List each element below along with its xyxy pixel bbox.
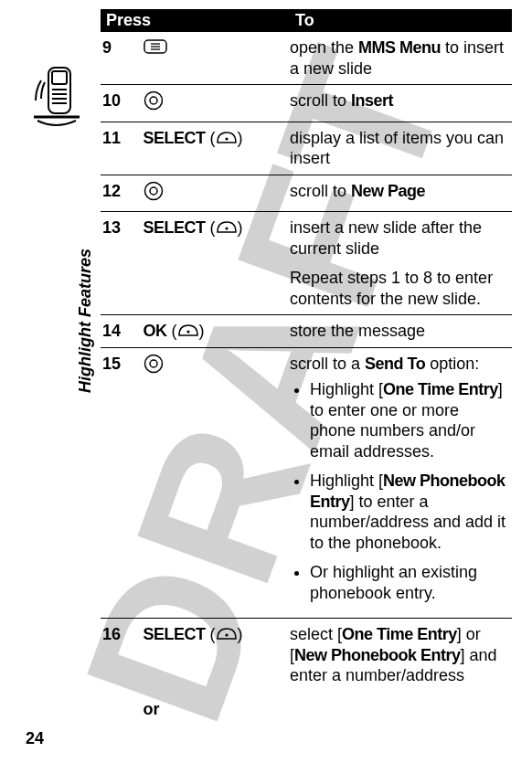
svg-point-13 <box>144 182 162 199</box>
step-number: 13 <box>101 212 144 315</box>
step-number: 10 <box>101 85 144 122</box>
to-cell: scroll to New Page <box>290 175 512 212</box>
to-cell: display a list of items you can insert <box>290 122 512 175</box>
svg-point-10 <box>144 92 162 110</box>
softkey-label: SELECT <box>144 218 206 237</box>
step-number: 12 <box>101 175 144 212</box>
sidebar: Highlight Features <box>32 64 74 164</box>
table-row: 11SELECT ()display a list of items you c… <box>101 122 512 175</box>
to-cell: store the message <box>290 315 512 348</box>
step-number: 14 <box>101 315 144 348</box>
svg-point-17 <box>144 355 162 372</box>
to-cell: open the MMS Menu to insert a new slide <box>290 32 512 85</box>
to-cell: insert a new slide after the current sli… <box>290 212 512 315</box>
step-number: 11 <box>101 122 144 175</box>
or-row: or <box>101 692 512 726</box>
or-label: or <box>144 692 290 726</box>
svg-point-14 <box>150 187 157 195</box>
col-press: Press <box>101 9 290 32</box>
softkey-icon <box>216 218 238 237</box>
svg-point-19 <box>225 633 228 636</box>
table-row: 12scroll to New Page <box>101 175 512 212</box>
table-header-row: Press To <box>101 9 512 32</box>
press-cell: SELECT () <box>144 619 290 692</box>
press-cell <box>144 32 290 85</box>
softkey-icon <box>216 625 238 643</box>
svg-point-12 <box>225 137 228 140</box>
bullet-list: Highlight [One Time Entry] to enter one … <box>290 379 508 603</box>
softkey-icon <box>177 322 199 340</box>
table-row: 15scroll to a Send To option:Highlight [… <box>101 347 512 619</box>
softkey-label: OK <box>144 322 167 340</box>
nav-key-icon <box>144 186 164 205</box>
press-cell <box>144 85 290 122</box>
list-item: Highlight [One Time Entry] to enter one … <box>310 379 508 461</box>
nav-key-icon <box>144 96 164 114</box>
svg-point-18 <box>150 360 157 367</box>
svg-point-15 <box>225 227 228 229</box>
to-cell: scroll to Insert <box>290 85 512 122</box>
svg-point-16 <box>186 330 189 333</box>
instruction-table: Press To 9open the MMS Menu to insert a … <box>101 9 512 725</box>
step-number: 15 <box>101 347 144 619</box>
svg-point-11 <box>150 97 157 104</box>
to-cell: select [One Time Entry] or [New Phoneboo… <box>290 619 512 692</box>
list-item: Or highlight an existing phonebook entry… <box>310 562 508 603</box>
section-label: Highlight Features <box>76 249 95 393</box>
menu-key-icon <box>144 41 167 59</box>
press-cell: OK () <box>144 315 290 348</box>
press-cell <box>144 347 290 619</box>
nav-key-icon <box>144 359 164 377</box>
table-row: 14OK ()store the message <box>101 315 512 348</box>
table-row: 10scroll to Insert <box>101 85 512 122</box>
softkey-icon <box>216 129 238 147</box>
table-row: 16SELECT ()select [One Time Entry] or [N… <box>101 619 512 692</box>
col-to: To <box>290 9 512 32</box>
page-number: 24 <box>26 729 44 748</box>
list-item: Highlight [New Phonebook Entry] to enter… <box>310 471 508 553</box>
softkey-label: SELECT <box>144 625 206 643</box>
press-cell <box>144 175 290 212</box>
table-row: 9open the MMS Menu to insert a new slide <box>101 32 512 85</box>
softkey-label: SELECT <box>144 129 206 147</box>
to-cell: scroll to a Send To option:Highlight [On… <box>290 347 512 619</box>
press-cell: SELECT () <box>144 122 290 175</box>
table-row: 13SELECT ()insert a new slide after the … <box>101 212 512 315</box>
press-cell: SELECT () <box>144 212 290 315</box>
phone-icon <box>32 64 81 128</box>
step-number: 9 <box>101 32 144 85</box>
step-number: 16 <box>101 619 144 692</box>
